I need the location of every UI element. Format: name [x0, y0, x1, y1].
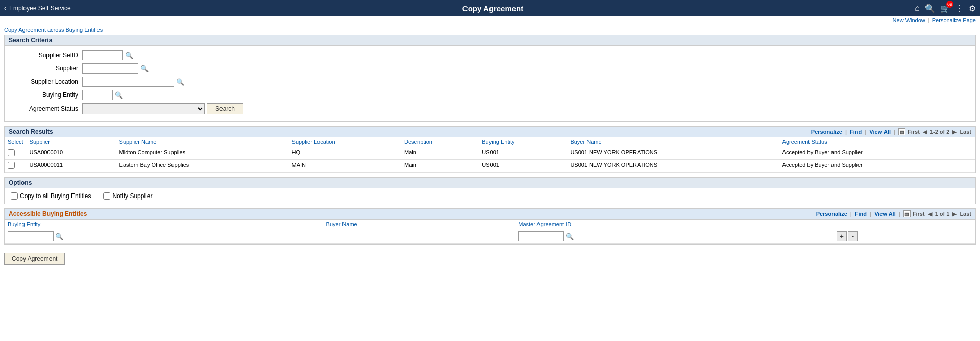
prev-page-button[interactable]: ◀: [922, 129, 928, 135]
row-checkbox[interactable]: [8, 149, 15, 156]
row-select-cell: [5, 147, 27, 160]
row-supplier-name: Midton Computer Supplies: [116, 147, 289, 160]
abe-controls: Personalize | Find | View All | ▤ First …: [816, 210, 971, 217]
accessible-buying-entities-section: Accessible Buying Entities Personalize |…: [4, 208, 976, 245]
export-icon[interactable]: ▤: [898, 128, 905, 135]
home-icon[interactable]: ⌂: [915, 4, 920, 13]
page-header: ‹ Employee Self Service Copy Agreement ⌂…: [0, 0, 980, 16]
abe-view-all-link[interactable]: View All: [874, 211, 896, 217]
row-supplier-name: Eastern Bay Office Supplies: [116, 160, 289, 173]
agreement-status-select[interactable]: Active Approved Accepted by Buyer and Su…: [82, 103, 205, 114]
options-section: Options Copy to all Buying Entities Noti…: [4, 177, 976, 204]
abe-title: Accessible Buying Entities: [9, 210, 87, 217]
supplier-input[interactable]: [82, 63, 138, 74]
abe-buying-entity-cell: 🔍: [5, 229, 323, 244]
personalize-page-link[interactable]: Personalize Page: [932, 17, 976, 23]
row-buying-entity: US001: [479, 160, 567, 173]
abe-row-actions: + -: [834, 229, 975, 244]
abe-prev-button[interactable]: ◀: [927, 211, 933, 217]
abe-next-button[interactable]: ▶: [951, 211, 958, 217]
buying-entity-input[interactable]: US001: [82, 90, 113, 100]
row-supplier: USA0000010: [27, 147, 116, 160]
abe-col-master-agreement-id: Master Agreement ID: [515, 220, 834, 229]
first-label: First: [908, 129, 920, 135]
supplier-location-input-group: 🔍: [82, 77, 184, 87]
abe-table-header-row: Buying Entity Buyer Name Master Agreemen…: [5, 220, 975, 229]
cart-icon[interactable]: 🛒 69: [940, 4, 950, 13]
supplier-setid-row: Supplier SetID 🔍: [11, 50, 969, 60]
supplier-location-row: Supplier Location 🔍: [11, 77, 969, 87]
add-row-button[interactable]: +: [837, 231, 847, 241]
abe-table-row: 🔍 🔍 + -: [5, 229, 975, 244]
copy-agreement-button[interactable]: Copy Agreement: [4, 253, 65, 265]
col-agreement-status: Agreement Status: [779, 137, 975, 147]
personalize-link[interactable]: Personalize: [811, 129, 842, 135]
abe-last-label: Last: [960, 211, 971, 217]
abe-export-icon[interactable]: ▤: [903, 210, 911, 217]
next-page-button[interactable]: ▶: [951, 129, 958, 135]
search-criteria-body: Supplier SetID 🔍 Supplier 🔍 Supplier Loc…: [5, 46, 975, 121]
remove-row-button[interactable]: -: [848, 231, 858, 241]
search-criteria-header: Search Criteria: [5, 35, 975, 46]
search-results-header: Search Results Personalize | Find | View…: [5, 127, 975, 137]
row-buyer-name: US001 NEW YORK OPERATIONS: [567, 160, 779, 173]
copy-to-all-checkbox[interactable]: [11, 192, 18, 200]
agreement-status-label: Agreement Status: [11, 105, 82, 112]
find-link[interactable]: Find: [850, 129, 862, 135]
search-button[interactable]: Search: [207, 103, 243, 114]
supplier-location-input[interactable]: [82, 77, 174, 87]
row-buyer-name: US001 NEW YORK OPERATIONS: [567, 147, 779, 160]
agreement-status-row: Agreement Status Active Approved Accepte…: [11, 103, 969, 114]
agreement-status-input-group: Active Approved Accepted by Buyer and Su…: [82, 103, 243, 114]
last-label: Last: [960, 129, 971, 135]
back-nav[interactable]: ‹ Employee Self Service: [4, 5, 71, 12]
abe-action-buttons: + -: [837, 231, 972, 241]
abe-col-buying-entity: Buying Entity: [5, 220, 323, 229]
col-select: Select: [5, 137, 27, 147]
abe-buying-entity-lookup[interactable]: 🔍: [55, 233, 63, 240]
search-results-section: Search Results Personalize | Find | View…: [4, 126, 976, 173]
more-options-icon[interactable]: ⋮: [955, 4, 964, 13]
supplier-row: Supplier 🔍: [11, 63, 969, 74]
col-supplier-location: Supplier Location: [289, 137, 401, 147]
abe-buying-entity-input[interactable]: [8, 231, 54, 241]
view-all-link[interactable]: View All: [869, 129, 891, 135]
row-select-cell: [5, 160, 27, 173]
supplier-lookup-button[interactable]: 🔍: [140, 65, 149, 72]
row-description: Main: [401, 160, 479, 173]
new-window-link[interactable]: New Window: [893, 17, 925, 23]
supplier-input-group: 🔍: [82, 63, 149, 74]
buying-entity-lookup-button[interactable]: 🔍: [115, 91, 123, 99]
page-title: Copy Agreement: [462, 4, 523, 13]
header-actions: ⌂ 🔍 🛒 69 ⋮ ⚙: [915, 4, 976, 13]
abe-first-label: First: [913, 211, 925, 217]
col-description: Description: [401, 137, 479, 147]
table-row: USA0000010 Midton Computer Supplies HQ M…: [5, 147, 975, 160]
abe-master-agreement-lookup[interactable]: 🔍: [566, 233, 574, 240]
notify-supplier-label[interactable]: Notify Supplier: [103, 192, 152, 200]
main-content: Search Criteria Supplier SetID 🔍 Supplie…: [0, 35, 980, 269]
options-header: Options: [5, 178, 975, 188]
abe-pagination-label: 1 of 1: [935, 211, 950, 217]
supplier-setid-input[interactable]: [82, 50, 123, 60]
copy-to-all-label[interactable]: Copy to all Buying Entities: [11, 192, 91, 200]
supplier-setid-label: Supplier SetID: [11, 52, 82, 59]
row-checkbox[interactable]: [8, 162, 15, 169]
app-title: Employee Self Service: [9, 5, 71, 12]
row-supplier: USA0000011: [27, 160, 116, 173]
search-criteria-section: Search Criteria Supplier SetID 🔍 Supplie…: [4, 35, 976, 122]
col-supplier: Supplier: [27, 137, 116, 147]
abe-master-agreement-cell: 🔍: [515, 229, 834, 244]
supplier-location-lookup-button[interactable]: 🔍: [176, 78, 184, 86]
table-row: USA0000011 Eastern Bay Office Supplies M…: [5, 160, 975, 173]
abe-find-link[interactable]: Find: [855, 211, 867, 217]
abe-personalize-link[interactable]: Personalize: [816, 211, 847, 217]
buying-entity-label: Buying Entity: [11, 91, 82, 99]
abe-master-agreement-input[interactable]: [518, 231, 564, 241]
search-icon[interactable]: 🔍: [925, 4, 935, 13]
settings-icon[interactable]: ⚙: [969, 4, 976, 13]
row-buying-entity: US001: [479, 147, 567, 160]
notify-supplier-checkbox[interactable]: [103, 192, 110, 200]
search-results-title: Search Results: [9, 128, 53, 135]
supplier-setid-lookup-button[interactable]: 🔍: [125, 52, 133, 59]
